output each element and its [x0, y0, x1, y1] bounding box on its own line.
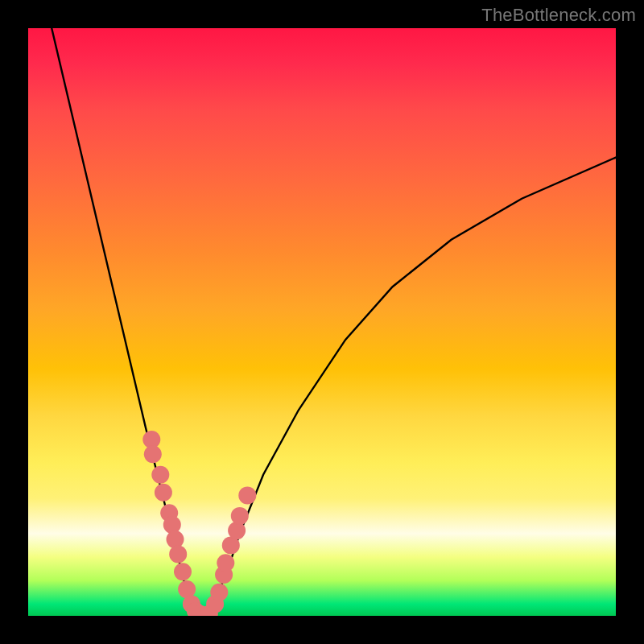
marker-dot	[174, 563, 192, 580]
marker-dot	[151, 466, 169, 484]
marker-group	[142, 431, 256, 616]
marker-dot	[217, 554, 234, 572]
marker-dot	[167, 530, 184, 548]
bottleneck-curve	[52, 28, 616, 616]
marker-dot	[231, 507, 249, 525]
marker-dot	[238, 486, 256, 504]
marker-dot	[144, 445, 162, 463]
marker-dot	[228, 522, 246, 539]
plot-area	[28, 28, 616, 616]
marker-dot	[210, 584, 228, 601]
marker-dot	[155, 484, 172, 502]
chart-frame: TheBottleneck.com	[0, 0, 644, 644]
chart-svg	[28, 28, 616, 616]
marker-dot	[163, 516, 181, 534]
marker-dot	[169, 545, 187, 563]
watermark-text: TheBottleneck.com	[481, 5, 636, 26]
